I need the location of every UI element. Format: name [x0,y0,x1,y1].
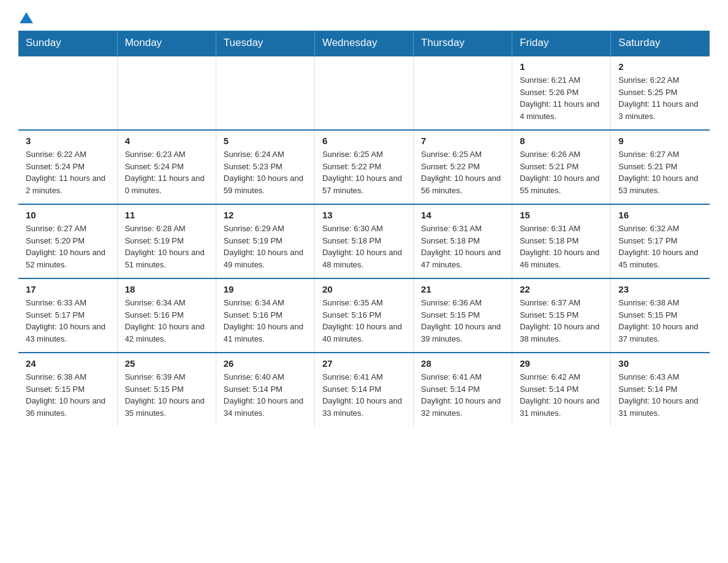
logo-triangle-icon [20,11,33,25]
day-number: 14 [421,210,504,220]
calendar-cell: 26Sunrise: 6:40 AMSunset: 5:14 PMDayligh… [216,353,314,426]
calendar-cell: 30Sunrise: 6:43 AMSunset: 5:14 PMDayligh… [611,353,710,426]
calendar-cell: 15Sunrise: 6:31 AMSunset: 5:18 PMDayligh… [512,204,611,278]
day-number: 23 [618,284,702,294]
day-number: 28 [421,358,504,369]
day-info: Sunrise: 6:28 AMSunset: 5:19 PMDaylight:… [125,223,208,270]
day-info: Sunrise: 6:25 AMSunset: 5:22 PMDaylight:… [322,148,406,196]
day-number: 2 [618,61,702,72]
calendar-cell: 18Sunrise: 6:34 AMSunset: 5:16 PMDayligh… [117,278,216,353]
day-number: 25 [125,358,208,369]
calendar-cell: 28Sunrise: 6:41 AMSunset: 5:14 PMDayligh… [414,353,512,426]
day-number: 20 [322,284,406,294]
day-number: 24 [26,358,110,369]
calendar-table: SundayMondayTuesdayWednesdayThursdayFrid… [18,31,710,426]
day-number: 6 [322,136,406,146]
weekday-header-saturday: Saturday [611,31,710,56]
day-info: Sunrise: 6:31 AMSunset: 5:18 PMDaylight:… [520,223,603,270]
calendar-cell [18,56,117,130]
calendar-cell: 11Sunrise: 6:28 AMSunset: 5:19 PMDayligh… [117,204,216,278]
day-info: Sunrise: 6:43 AMSunset: 5:14 PMDaylight:… [618,371,702,419]
day-info: Sunrise: 6:24 AMSunset: 5:23 PMDaylight:… [224,148,307,196]
day-number: 10 [26,210,110,220]
day-info: Sunrise: 6:38 AMSunset: 5:15 PMDaylight:… [618,297,702,345]
calendar-cell: 12Sunrise: 6:29 AMSunset: 5:19 PMDayligh… [216,204,314,278]
day-info: Sunrise: 6:40 AMSunset: 5:14 PMDaylight:… [224,371,307,419]
calendar-cell: 21Sunrise: 6:36 AMSunset: 5:15 PMDayligh… [414,278,512,353]
day-number: 22 [520,284,603,294]
logo [18,12,33,25]
weekday-header-friday: Friday [512,31,611,56]
day-info: Sunrise: 6:22 AMSunset: 5:25 PMDaylight:… [618,74,702,122]
calendar-cell: 25Sunrise: 6:39 AMSunset: 5:15 PMDayligh… [117,353,216,426]
day-info: Sunrise: 6:25 AMSunset: 5:22 PMDaylight:… [421,148,504,196]
calendar-week-row: 1Sunrise: 6:21 AMSunset: 5:26 PMDaylight… [18,56,710,130]
calendar-cell: 16Sunrise: 6:32 AMSunset: 5:17 PMDayligh… [611,204,710,278]
weekday-header-wednesday: Wednesday [314,31,413,56]
calendar-cell: 29Sunrise: 6:42 AMSunset: 5:14 PMDayligh… [512,353,611,426]
day-number: 3 [26,136,110,146]
calendar-cell: 22Sunrise: 6:37 AMSunset: 5:15 PMDayligh… [512,278,611,353]
day-number: 29 [520,358,603,369]
day-number: 19 [224,284,307,294]
day-number: 16 [618,210,702,220]
day-info: Sunrise: 6:34 AMSunset: 5:16 PMDaylight:… [125,297,208,345]
day-number: 13 [322,210,406,220]
calendar-cell: 8Sunrise: 6:26 AMSunset: 5:21 PMDaylight… [512,130,611,204]
calendar-cell [216,56,314,130]
calendar-cell: 13Sunrise: 6:30 AMSunset: 5:18 PMDayligh… [314,204,413,278]
calendar-cell: 20Sunrise: 6:35 AMSunset: 5:16 PMDayligh… [314,278,413,353]
day-number: 27 [322,358,406,369]
day-info: Sunrise: 6:33 AMSunset: 5:17 PMDaylight:… [26,297,110,345]
day-info: Sunrise: 6:30 AMSunset: 5:18 PMDaylight:… [322,223,406,270]
day-info: Sunrise: 6:35 AMSunset: 5:16 PMDaylight:… [322,297,406,345]
calendar-cell: 1Sunrise: 6:21 AMSunset: 5:26 PMDaylight… [512,56,611,130]
calendar-cell: 27Sunrise: 6:41 AMSunset: 5:14 PMDayligh… [314,353,413,426]
calendar-cell: 6Sunrise: 6:25 AMSunset: 5:22 PMDaylight… [314,130,413,204]
day-info: Sunrise: 6:21 AMSunset: 5:26 PMDaylight:… [520,74,603,122]
page-header [18,12,710,25]
day-info: Sunrise: 6:23 AMSunset: 5:24 PMDaylight:… [125,148,208,196]
calendar-cell: 9Sunrise: 6:27 AMSunset: 5:21 PMDaylight… [611,130,710,204]
calendar-cell: 7Sunrise: 6:25 AMSunset: 5:22 PMDaylight… [414,130,512,204]
weekday-header-sunday: Sunday [18,31,117,56]
day-info: Sunrise: 6:26 AMSunset: 5:21 PMDaylight:… [520,148,603,196]
calendar-cell: 10Sunrise: 6:27 AMSunset: 5:20 PMDayligh… [18,204,117,278]
calendar-cell: 14Sunrise: 6:31 AMSunset: 5:18 PMDayligh… [414,204,512,278]
day-info: Sunrise: 6:31 AMSunset: 5:18 PMDaylight:… [421,223,504,270]
calendar-week-row: 3Sunrise: 6:22 AMSunset: 5:24 PMDaylight… [18,130,710,204]
day-info: Sunrise: 6:41 AMSunset: 5:14 PMDaylight:… [421,371,504,419]
day-info: Sunrise: 6:29 AMSunset: 5:19 PMDaylight:… [224,223,307,270]
calendar-cell [414,56,512,130]
calendar-header-row: SundayMondayTuesdayWednesdayThursdayFrid… [18,31,710,56]
calendar-cell: 5Sunrise: 6:24 AMSunset: 5:23 PMDaylight… [216,130,314,204]
day-number: 21 [421,284,504,294]
calendar-week-row: 17Sunrise: 6:33 AMSunset: 5:17 PMDayligh… [18,278,710,353]
calendar-cell: 3Sunrise: 6:22 AMSunset: 5:24 PMDaylight… [18,130,117,204]
calendar-week-row: 24Sunrise: 6:38 AMSunset: 5:15 PMDayligh… [18,353,710,426]
svg-marker-0 [20,12,33,23]
day-info: Sunrise: 6:34 AMSunset: 5:16 PMDaylight:… [224,297,307,345]
calendar-week-row: 10Sunrise: 6:27 AMSunset: 5:20 PMDayligh… [18,204,710,278]
day-number: 7 [421,136,504,146]
day-info: Sunrise: 6:27 AMSunset: 5:21 PMDaylight:… [618,148,702,196]
weekday-header-thursday: Thursday [414,31,512,56]
day-info: Sunrise: 6:39 AMSunset: 5:15 PMDaylight:… [125,371,208,419]
calendar-cell [314,56,413,130]
day-number: 15 [520,210,603,220]
calendar-cell [117,56,216,130]
day-number: 18 [125,284,208,294]
calendar-cell: 23Sunrise: 6:38 AMSunset: 5:15 PMDayligh… [611,278,710,353]
day-number: 1 [520,61,603,72]
calendar-cell: 2Sunrise: 6:22 AMSunset: 5:25 PMDaylight… [611,56,710,130]
day-number: 17 [26,284,110,294]
day-info: Sunrise: 6:22 AMSunset: 5:24 PMDaylight:… [26,148,110,196]
day-info: Sunrise: 6:42 AMSunset: 5:14 PMDaylight:… [520,371,603,419]
day-number: 11 [125,210,208,220]
day-number: 26 [224,358,307,369]
day-number: 5 [224,136,307,146]
day-number: 9 [618,136,702,146]
calendar-cell: 4Sunrise: 6:23 AMSunset: 5:24 PMDaylight… [117,130,216,204]
day-info: Sunrise: 6:37 AMSunset: 5:15 PMDaylight:… [520,297,603,345]
day-number: 12 [224,210,307,220]
